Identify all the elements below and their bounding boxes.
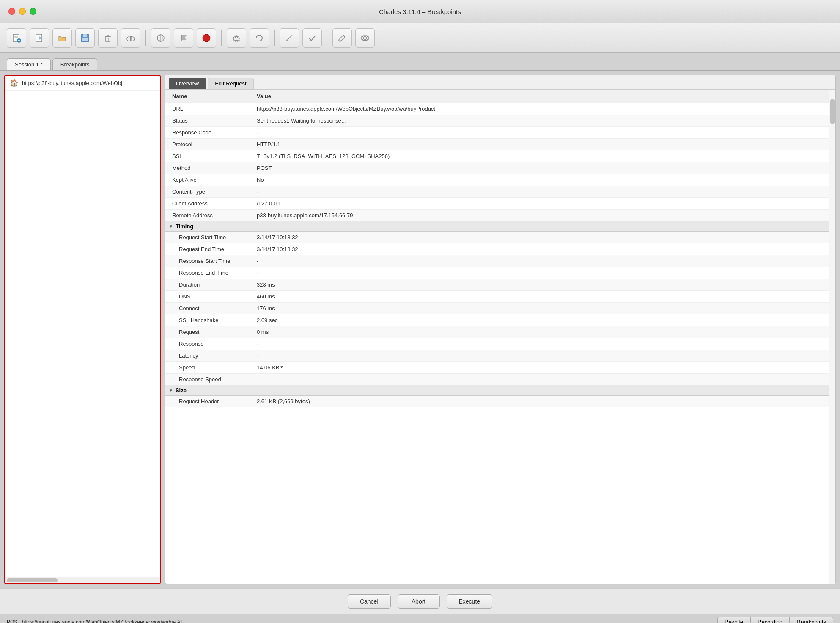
- minimize-button[interactable]: [19, 8, 26, 15]
- row-name: Client Address: [165, 198, 250, 209]
- save-btn[interactable]: [75, 28, 95, 48]
- table-row: Protocol HTTP/1.1: [165, 139, 829, 150]
- separator-2: [221, 30, 222, 46]
- svg-rect-10: [82, 38, 88, 41]
- turtle-btn[interactable]: [227, 28, 246, 48]
- row-name: SSL: [165, 150, 250, 162]
- tab-edit-request[interactable]: Edit Request: [208, 78, 253, 89]
- table-row: Duration 328 ms: [165, 279, 829, 291]
- table-row: Content-Type -: [165, 186, 829, 198]
- row-name: Response End Time: [165, 267, 250, 279]
- rewrite-button[interactable]: Rewrite: [717, 617, 750, 623]
- statusbar-right: Rewrite Recording Breakpoints: [717, 617, 833, 623]
- table-row: DNS 460 ms: [165, 291, 829, 303]
- svg-rect-19: [130, 36, 132, 37]
- table-row: URL https://p38-buy.itunes.apple.com/Web…: [165, 103, 829, 115]
- row-name: Response Start Time: [165, 255, 250, 267]
- row-value: 0 ms: [250, 326, 829, 338]
- row-value: 2.61 KB (2,669 bytes): [250, 396, 829, 407]
- svg-point-26: [233, 36, 239, 41]
- timing-label: Timing: [176, 223, 193, 230]
- row-value: /127.0.0.1: [250, 198, 829, 209]
- gear-btn[interactable]: [355, 28, 375, 48]
- wrench-icon: [338, 33, 347, 43]
- table-row: SSL TLSv1.2 (TLS_RSA_WITH_AES_128_GCM_SH…: [165, 150, 829, 162]
- horizontal-scrollbar[interactable]: [5, 577, 160, 583]
- svg-line-28: [233, 40, 234, 41]
- row-value: 3/14/17 10:18:32: [250, 232, 829, 243]
- tab-bar: Session 1 * Breakpoints: [0, 53, 840, 71]
- separator-4: [327, 30, 327, 46]
- table-row: Remote Address p38-buy.itunes.apple.com/…: [165, 210, 829, 221]
- row-value: -: [250, 267, 829, 279]
- timing-arrow: ▼: [169, 224, 173, 229]
- check-btn[interactable]: [302, 28, 322, 48]
- row-value: 176 ms: [250, 303, 829, 314]
- left-panel-item[interactable]: 🏠 https://p38-buy.itunes.apple.com/WebOb…: [5, 76, 160, 91]
- table-row: Response Start Time -: [165, 255, 829, 267]
- breakpoints-button[interactable]: Breakpoints: [790, 617, 833, 623]
- row-name: Request Header: [165, 396, 250, 407]
- row-value: -: [250, 186, 829, 197]
- row-name: Duration: [165, 279, 250, 290]
- vertical-scrollbar[interactable]: [829, 90, 835, 584]
- row-name: DNS: [165, 291, 250, 302]
- import-icon: [35, 33, 44, 43]
- close-button[interactable]: [8, 8, 15, 15]
- timing-section-header[interactable]: ▼ Timing: [165, 221, 829, 232]
- svg-line-31: [239, 40, 240, 41]
- trash-btn[interactable]: [98, 28, 118, 48]
- abort-button[interactable]: Abort: [398, 594, 440, 609]
- find-btn[interactable]: [121, 28, 140, 48]
- tab-breakpoints[interactable]: Breakpoints: [52, 58, 98, 70]
- flag-icon: [179, 33, 188, 43]
- remote-address-name: Remote Address: [165, 210, 250, 221]
- svg-line-33: [286, 40, 288, 41]
- table-row: Request Header 2.61 KB (2,669 bytes): [165, 396, 829, 407]
- import-btn[interactable]: [30, 28, 49, 48]
- row-name: Response Speed: [165, 374, 250, 385]
- new-session-btn[interactable]: [7, 28, 26, 48]
- row-name: Speed: [165, 362, 250, 373]
- recording-button[interactable]: Recording: [750, 617, 790, 623]
- record-btn[interactable]: [197, 28, 216, 48]
- table-row: Request End Time 3/14/17 10:18:32: [165, 243, 829, 255]
- flag-btn[interactable]: [174, 28, 193, 48]
- browser-btn[interactable]: [151, 28, 170, 48]
- table-row: Response Code -: [165, 127, 829, 139]
- refresh-btn[interactable]: [250, 28, 269, 48]
- right-panel-tabs: Overview Edit Request: [165, 75, 835, 90]
- row-name: Protocol: [165, 139, 250, 150]
- left-panel-scroll[interactable]: [5, 91, 160, 577]
- open-btn[interactable]: [52, 28, 72, 48]
- table-row: Request Start Time 3/14/17 10:18:32: [165, 232, 829, 243]
- url-icon: 🏠: [10, 79, 19, 87]
- wrench-btn[interactable]: [332, 28, 352, 48]
- tab-overview[interactable]: Overview: [169, 78, 206, 89]
- row-value: 3/14/17 10:18:32: [250, 243, 829, 255]
- row-value: -: [250, 127, 829, 138]
- row-value: POST: [250, 162, 829, 174]
- statusbar: POST https://upp.itunes.apple.com/WebObj…: [0, 614, 840, 623]
- row-name: Latency: [165, 350, 250, 361]
- cancel-button[interactable]: Cancel: [348, 594, 391, 609]
- size-section-header[interactable]: ▼ Size: [165, 385, 829, 396]
- execute-button[interactable]: Execute: [447, 594, 493, 609]
- row-value: 2.69 sec: [250, 314, 829, 326]
- turtle-icon: [232, 33, 241, 43]
- size-label: Size: [176, 387, 187, 393]
- row-value: Sent request. Waiting for response…: [250, 115, 829, 126]
- check-icon: [307, 33, 317, 43]
- tab-session[interactable]: Session 1 *: [7, 58, 51, 70]
- maximize-button[interactable]: [30, 8, 36, 15]
- svg-point-35: [364, 36, 367, 39]
- row-name: Kept Alive: [165, 174, 250, 186]
- edit-btn[interactable]: [280, 28, 299, 48]
- row-name: Request End Time: [165, 243, 250, 255]
- edit-icon: [285, 33, 294, 43]
- open-icon: [58, 33, 67, 43]
- window-title: Charles 3.11.4 – Breakpoints: [379, 8, 461, 15]
- row-name: Method: [165, 162, 250, 174]
- row-name: SSL Handshake: [165, 314, 250, 326]
- main-container: 🏠 https://p38-buy.itunes.apple.com/WebOb…: [0, 71, 840, 588]
